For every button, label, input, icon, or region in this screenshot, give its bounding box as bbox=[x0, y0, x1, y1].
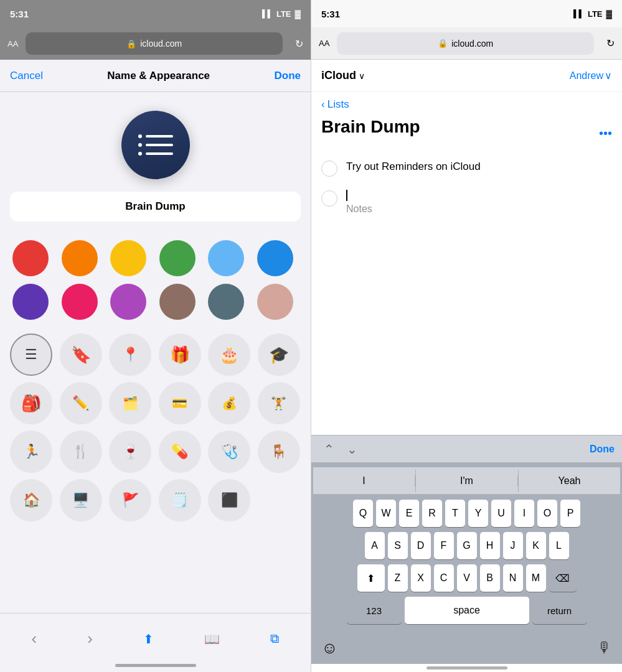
user-button[interactable]: Andrew ∨ bbox=[570, 70, 612, 82]
icon-bookmark[interactable]: 🔖 bbox=[60, 334, 102, 376]
back-button[interactable]: ‹ bbox=[22, 624, 47, 653]
key-r[interactable]: R bbox=[422, 500, 442, 527]
color-pink[interactable] bbox=[62, 284, 98, 320]
key-t[interactable]: T bbox=[445, 500, 465, 527]
icon-gift[interactable]: 🎁 bbox=[159, 334, 201, 376]
keyboard-toolbar: ⌃ ⌄ Done bbox=[311, 435, 622, 462]
key-v[interactable]: V bbox=[457, 564, 477, 592]
key-s[interactable]: S bbox=[388, 532, 408, 559]
color-red[interactable] bbox=[12, 240, 49, 276]
suggestion-yeah[interactable]: Yeah bbox=[519, 475, 620, 487]
icon-graduation[interactable]: 🎓 bbox=[258, 334, 300, 376]
key-e[interactable]: E bbox=[399, 500, 419, 527]
key-o[interactable]: O bbox=[537, 500, 557, 527]
bookmarks-button[interactable]: 📖 bbox=[194, 627, 230, 651]
key-d[interactable]: D bbox=[411, 532, 431, 559]
cancel-button[interactable]: Cancel bbox=[10, 70, 43, 82]
right-url-bar[interactable]: 🔒 icloud.com bbox=[337, 32, 594, 55]
app-title-container[interactable]: iCloud ∨ bbox=[321, 69, 365, 82]
icon-monitor[interactable]: 🖥️ bbox=[60, 479, 102, 521]
icon-money[interactable]: 💰 bbox=[208, 382, 250, 424]
key-g[interactable]: G bbox=[457, 532, 477, 559]
icon-list[interactable]: ☰ bbox=[10, 334, 52, 376]
color-brown[interactable] bbox=[159, 284, 196, 320]
num-key[interactable]: 123 bbox=[347, 597, 402, 624]
key-m[interactable]: M bbox=[526, 564, 546, 592]
arrow-down-button[interactable]: ⌄ bbox=[342, 439, 362, 459]
icon-square[interactable]: ⬛ bbox=[208, 479, 250, 521]
key-u[interactable]: U bbox=[491, 500, 511, 527]
right-aa-label[interactable]: AA bbox=[319, 39, 329, 48]
done-button[interactable]: Done bbox=[274, 70, 301, 82]
icon-pin[interactable]: 📍 bbox=[109, 334, 151, 376]
key-n[interactable]: N bbox=[503, 564, 523, 592]
suggestion-i[interactable]: I bbox=[313, 475, 415, 487]
key-j[interactable]: J bbox=[503, 532, 523, 559]
space-key[interactable]: space bbox=[405, 597, 529, 624]
key-a[interactable]: A bbox=[365, 532, 385, 559]
icon-credit-card[interactable]: 💳 bbox=[159, 382, 201, 424]
forward-button[interactable]: › bbox=[77, 624, 103, 653]
emoji-button[interactable]: ☺ bbox=[321, 638, 338, 658]
icon-flag[interactable]: 🚩 bbox=[109, 479, 151, 521]
key-x[interactable]: X bbox=[411, 564, 431, 592]
tabs-button[interactable]: ⧉ bbox=[260, 627, 289, 651]
notes-placeholder[interactable]: Notes bbox=[346, 203, 612, 215]
icon-cake[interactable]: 🎂 bbox=[208, 334, 250, 376]
icon-chair[interactable]: 🪑 bbox=[258, 431, 300, 473]
icon-house[interactable]: 🏠 bbox=[10, 479, 52, 521]
left-url-bar[interactable]: 🔒 icloud.com bbox=[26, 32, 283, 55]
key-y[interactable]: Y bbox=[468, 500, 488, 527]
icon-run[interactable]: 🏃 bbox=[10, 431, 52, 473]
color-purple[interactable] bbox=[12, 284, 49, 320]
key-c[interactable]: C bbox=[434, 564, 454, 592]
back-link[interactable]: ‹ Lists bbox=[321, 98, 612, 111]
key-q[interactable]: Q bbox=[353, 500, 373, 527]
toolbar-done-button[interactable]: Done bbox=[590, 444, 615, 455]
icon-backpack[interactable]: 🎒 bbox=[10, 382, 52, 424]
left-reload-icon[interactable]: ↻ bbox=[295, 38, 303, 50]
left-aa-label[interactable]: AA bbox=[7, 39, 18, 49]
color-lavender[interactable] bbox=[110, 284, 146, 320]
icon-id-card[interactable]: 🗂️ bbox=[109, 382, 151, 424]
icon-note[interactable]: 🗒️ bbox=[159, 479, 201, 521]
key-f[interactable]: F bbox=[434, 532, 454, 559]
icon-gym[interactable]: 🏋 bbox=[258, 382, 300, 424]
icon-wine[interactable]: 🍷 bbox=[109, 431, 151, 473]
key-p[interactable]: P bbox=[560, 500, 580, 527]
delete-key[interactable]: ⌫ bbox=[549, 564, 577, 592]
color-light-blue[interactable] bbox=[208, 240, 244, 276]
microphone-button[interactable]: 🎙 bbox=[597, 639, 612, 656]
more-button[interactable]: ••• bbox=[599, 126, 612, 141]
arrow-up-button[interactable]: ⌃ bbox=[319, 439, 339, 459]
color-green[interactable] bbox=[159, 240, 196, 276]
left-battery-icon: ▓ bbox=[295, 9, 301, 19]
color-slate[interactable] bbox=[208, 284, 244, 320]
key-i[interactable]: I bbox=[514, 500, 534, 527]
color-mauve[interactable] bbox=[257, 284, 293, 320]
color-yellow[interactable] bbox=[110, 240, 146, 276]
icon-food[interactable]: 🍴 bbox=[60, 431, 102, 473]
color-orange[interactable] bbox=[62, 240, 98, 276]
right-reload-icon[interactable]: ↻ bbox=[606, 37, 615, 49]
reminder-checkbox-2[interactable] bbox=[321, 190, 337, 207]
color-blue[interactable] bbox=[257, 240, 293, 276]
key-b[interactable]: B bbox=[480, 564, 500, 592]
icon-pill[interactable]: 💊 bbox=[159, 431, 201, 473]
right-status-icons: ▌▌ LTE ▓ bbox=[573, 9, 612, 19]
return-key[interactable]: return bbox=[532, 597, 587, 624]
shift-key[interactable]: ⬆ bbox=[357, 564, 385, 592]
list-name-input[interactable] bbox=[10, 192, 301, 222]
icon-pencil[interactable]: ✏️ bbox=[60, 382, 102, 424]
icon-stethoscope[interactable]: 🩺 bbox=[208, 431, 250, 473]
key-l[interactable]: L bbox=[549, 532, 569, 559]
key-h[interactable]: H bbox=[480, 532, 500, 559]
key-z[interactable]: Z bbox=[388, 564, 408, 592]
list-icon-circle[interactable] bbox=[121, 111, 190, 179]
app-title-chevron[interactable]: ∨ bbox=[359, 71, 365, 81]
key-k[interactable]: K bbox=[526, 532, 546, 559]
suggestion-im[interactable]: I'm bbox=[416, 475, 518, 487]
reminder-checkbox-1[interactable] bbox=[321, 161, 337, 177]
key-w[interactable]: W bbox=[376, 500, 396, 527]
share-button[interactable]: ⬆ bbox=[133, 627, 164, 651]
